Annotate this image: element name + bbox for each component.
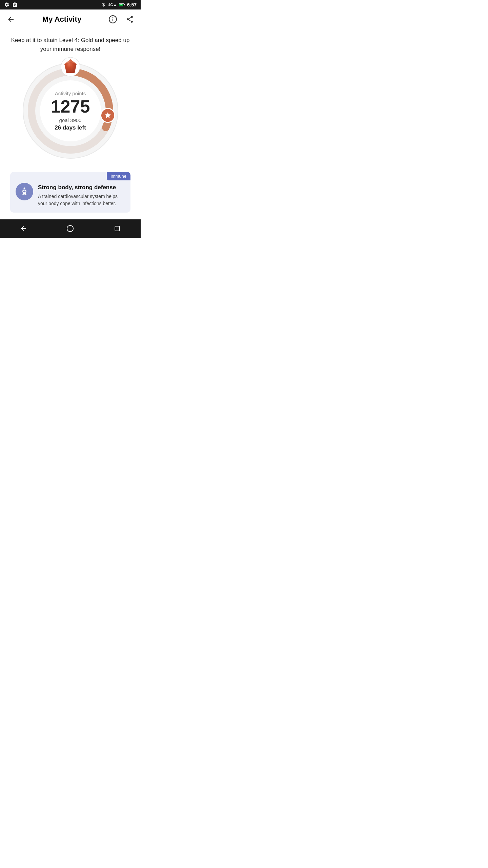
home-nav-button[interactable] [65,223,76,234]
motivational-text: Keep at it to attain Level 4: Gold and s… [7,36,134,53]
nav-right-icons [107,14,135,25]
svg-point-18 [67,225,73,232]
nav-bar: My Activity [0,9,141,29]
status-bar: 4G▲ 6:57 [0,0,141,9]
recents-nav-button[interactable] [112,223,123,234]
square-icon [114,225,120,232]
card-title: Strong body, strong defense [38,184,125,191]
share-button[interactable] [124,14,135,25]
settings-icon [4,2,9,7]
signal-4g-icon: 4G▲ [108,3,117,7]
home-circle-icon [66,225,74,232]
clipboard-icon [12,2,18,7]
battery-icon [119,3,125,7]
star-badge [100,108,115,123]
activity-points-label: Activity points [51,91,90,96]
card-description: A trained cardiovascular system helps yo… [38,193,125,207]
back-triangle-icon [20,225,27,232]
bottom-nav [0,219,141,238]
ring-center: Activity points 1275 goal 3900 26 days l… [51,91,90,131]
back-button[interactable] [5,14,16,25]
back-arrow-icon [7,15,15,23]
back-nav-button[interactable] [18,223,29,234]
time-display: 6:57 [127,2,137,7]
svg-rect-19 [115,226,120,231]
days-left: 26 days left [51,124,90,131]
activity-points-value: 1275 [51,98,90,115]
activity-ring-container: Activity points 1275 goal 3900 26 days l… [20,60,121,162]
immune-badge: immune [107,172,130,180]
info-icon [108,15,117,24]
main-content: Keep at it to attain Level 4: Gold and s… [0,29,141,213]
info-button[interactable] [107,14,118,25]
page-title: My Activity [42,15,81,24]
status-left-icons [4,2,18,7]
svg-rect-2 [124,4,125,5]
share-icon [126,15,134,23]
status-right-icons: 4G▲ 6:57 [101,2,137,7]
gem-icon [60,57,81,77]
activity-person-icon [16,183,33,200]
activity-goal: goal 3900 [51,117,90,123]
card-text-area: Strong body, strong defense A trained ca… [38,184,125,207]
info-card: immune Strong body, strong defense A tra… [10,172,130,213]
bluetooth-icon [101,2,106,7]
